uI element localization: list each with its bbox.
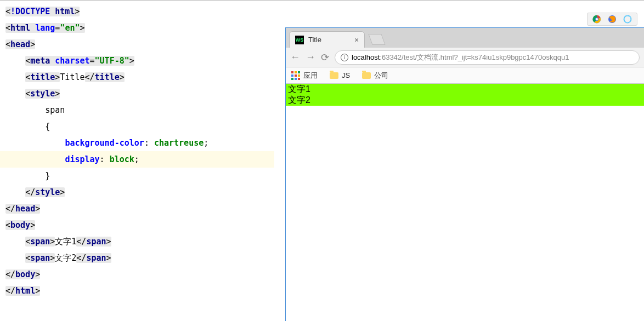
code-line: </style>: [5, 184, 285, 200]
bookmark-folder-company[interactable]: 公司: [362, 71, 388, 81]
code-line: <html lang="en">: [5, 20, 285, 36]
code-line: span: [5, 102, 285, 118]
folder-icon: [362, 72, 371, 79]
chrome-icon[interactable]: [592, 14, 602, 24]
bookmarks-bar: 应用 JS 公司: [286, 67, 644, 84]
apps-label: 应用: [303, 71, 318, 81]
code-line: }: [5, 168, 285, 184]
code-line: <title>Title</title>: [5, 69, 285, 85]
code-line-highlighted: display: block;: [0, 151, 274, 168]
code-line: <!DOCTYPE html>: [5, 3, 285, 20]
bookmark-folder-js[interactable]: JS: [330, 71, 350, 79]
back-button[interactable]: ←: [290, 51, 300, 63]
apps-icon: [291, 71, 300, 80]
url-rest: :63342/test/文档流.html?_ijt=ks74iu1skp9bgp…: [380, 53, 569, 61]
folder-icon: [330, 72, 338, 79]
apps-button[interactable]: 应用: [291, 71, 318, 81]
close-tab-icon[interactable]: ×: [354, 36, 359, 44]
rendered-span-2: 文字2: [286, 95, 644, 106]
code-line: background-color: chartreuse;: [5, 135, 285, 151]
browser-toolbar: ← → ⟳ i localhost:63342/test/文档流.html?_i…: [286, 48, 644, 67]
new-tab-button[interactable]: [369, 34, 386, 45]
code-line: <style>: [5, 85, 285, 102]
browser-preview-icons: [587, 13, 637, 26]
rendered-span-1: 文字1: [286, 84, 644, 95]
code-line: <meta charset="UTF-8">: [5, 53, 285, 69]
browser-tab[interactable]: WS Title ×: [289, 31, 365, 48]
address-bar[interactable]: i localhost:63342/test/文档流.html?_ijt=ks7…: [335, 50, 640, 65]
bookmark-label: JS: [342, 71, 350, 79]
reload-button[interactable]: ⟳: [321, 51, 329, 64]
firefox-icon[interactable]: [607, 14, 617, 24]
browser-chrome: WS Title × ← → ⟳ i localhost:63342/test/…: [286, 27, 644, 84]
code-line: {: [5, 118, 285, 135]
browser-window: WS Title × ← → ⟳ i localhost:63342/test/…: [285, 27, 644, 321]
safari-icon[interactable]: [623, 14, 632, 24]
ide-browser-toolbar: [285, 0, 644, 27]
code-line: </body>: [5, 266, 285, 283]
browser-viewport: 文字1 文字2: [286, 84, 644, 321]
code-line: <body>: [5, 217, 285, 233]
code-line: </html>: [5, 283, 285, 299]
site-info-icon[interactable]: i: [341, 54, 348, 61]
code-line: <span>文字1</span>: [5, 233, 285, 250]
tab-title: Title: [308, 36, 321, 44]
forward-button[interactable]: →: [306, 51, 315, 63]
code-line: <span>文字2</span>: [5, 250, 285, 266]
tabstrip: WS Title ×: [286, 28, 644, 48]
code-editor-panel: <!DOCTYPE html> <html lang="en"> <head> …: [0, 0, 285, 321]
url-host: localhost: [352, 53, 380, 61]
svg-point-2: [596, 18, 598, 20]
favicon-icon: WS: [295, 36, 304, 44]
code-line: <head>: [5, 36, 285, 53]
bookmark-label: 公司: [374, 71, 388, 81]
code-line: </head>: [5, 200, 285, 217]
